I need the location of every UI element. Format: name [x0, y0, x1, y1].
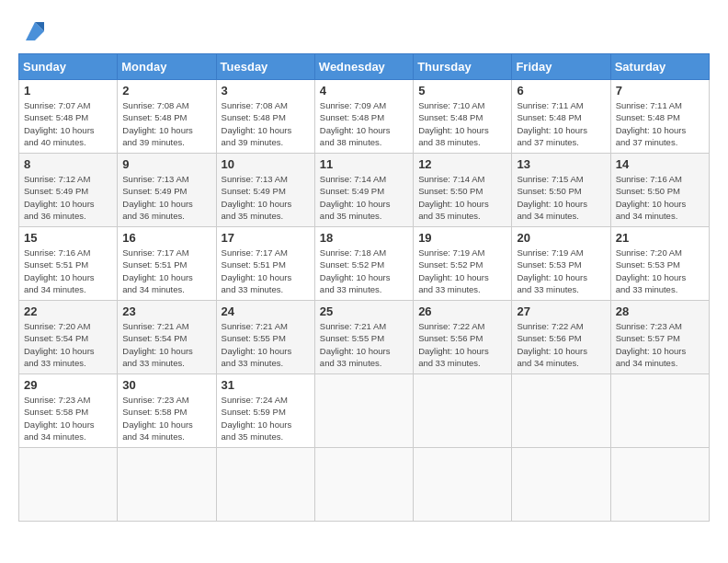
day-number: 30: [122, 378, 210, 392]
calendar-cell: 14Sunrise: 7:16 AM Sunset: 5:50 PM Dayli…: [610, 154, 709, 227]
calendar-cell: 8Sunrise: 7:12 AM Sunset: 5:49 PM Daylig…: [19, 154, 118, 227]
day-info: Sunrise: 7:14 AM Sunset: 5:50 PM Dayligh…: [418, 173, 506, 222]
day-number: 14: [616, 157, 704, 171]
day-info: Sunrise: 7:20 AM Sunset: 5:53 PM Dayligh…: [616, 247, 704, 295]
day-info: Sunrise: 7:24 AM Sunset: 5:59 PM Dayligh…: [222, 394, 310, 442]
day-number: 10: [222, 157, 310, 171]
calendar-cell: 4Sunrise: 7:09 AM Sunset: 5:48 PM Daylig…: [314, 80, 413, 154]
day-number: 13: [517, 157, 605, 171]
calendar-cell: 18Sunrise: 7:18 AM Sunset: 5:52 PM Dayli…: [314, 227, 413, 301]
day-number: 4: [320, 84, 408, 98]
day-info: Sunrise: 7:21 AM Sunset: 5:55 PM Dayligh…: [222, 320, 310, 369]
calendar-cell: 19Sunrise: 7:19 AM Sunset: 5:52 PM Dayli…: [414, 227, 512, 301]
calendar-weekday-tuesday: Tuesday: [216, 54, 314, 80]
day-info: Sunrise: 7:13 AM Sunset: 5:49 PM Dayligh…: [122, 173, 210, 222]
day-info: Sunrise: 7:15 AM Sunset: 5:50 PM Dayligh…: [517, 173, 605, 222]
day-number: 7: [616, 84, 704, 98]
day-info: Sunrise: 7:23 AM Sunset: 5:57 PM Dayligh…: [616, 320, 704, 369]
day-number: 22: [24, 304, 112, 318]
calendar-cell: 21Sunrise: 7:20 AM Sunset: 5:53 PM Dayli…: [610, 227, 709, 301]
calendar-cell: 17Sunrise: 7:17 AM Sunset: 5:51 PM Dayli…: [216, 227, 314, 301]
calendar-week-row: 8Sunrise: 7:12 AM Sunset: 5:49 PM Daylig…: [19, 154, 710, 227]
calendar-weekday-friday: Friday: [512, 54, 610, 80]
day-number: 20: [517, 231, 605, 245]
day-number: 21: [616, 231, 704, 245]
calendar-cell: [414, 448, 512, 522]
calendar-cell: [610, 448, 709, 522]
calendar-weekday-monday: Monday: [118, 54, 216, 80]
day-number: 15: [24, 231, 112, 245]
day-number: 19: [418, 231, 506, 245]
calendar-cell: 10Sunrise: 7:13 AM Sunset: 5:49 PM Dayli…: [216, 154, 314, 227]
day-number: 3: [222, 84, 310, 98]
day-number: 25: [320, 304, 408, 318]
day-number: 11: [320, 157, 408, 171]
calendar-cell: 5Sunrise: 7:10 AM Sunset: 5:48 PM Daylig…: [414, 80, 512, 154]
calendar-weekday-sunday: Sunday: [19, 54, 118, 80]
day-info: Sunrise: 7:22 AM Sunset: 5:56 PM Dayligh…: [418, 320, 506, 369]
day-info: Sunrise: 7:19 AM Sunset: 5:53 PM Dayligh…: [517, 247, 605, 295]
day-number: 5: [418, 84, 506, 98]
calendar-cell: 29Sunrise: 7:23 AM Sunset: 5:58 PM Dayli…: [19, 374, 118, 448]
calendar-cell: 16Sunrise: 7:17 AM Sunset: 5:51 PM Dayli…: [118, 227, 216, 301]
calendar-cell: 11Sunrise: 7:14 AM Sunset: 5:49 PM Dayli…: [314, 154, 413, 227]
calendar-cell: [414, 374, 512, 448]
calendar-cell: 13Sunrise: 7:15 AM Sunset: 5:50 PM Dayli…: [512, 154, 610, 227]
day-info: Sunrise: 7:14 AM Sunset: 5:49 PM Dayligh…: [320, 173, 408, 222]
calendar-week-row: [19, 448, 710, 522]
calendar-weekday-wednesday: Wednesday: [314, 54, 413, 80]
calendar-cell: 24Sunrise: 7:21 AM Sunset: 5:55 PM Dayli…: [216, 301, 314, 374]
day-number: 24: [222, 304, 310, 318]
calendar-cell: [118, 448, 216, 522]
calendar-cell: 25Sunrise: 7:21 AM Sunset: 5:55 PM Dayli…: [314, 301, 413, 374]
day-info: Sunrise: 7:17 AM Sunset: 5:51 PM Dayligh…: [222, 247, 310, 295]
day-number: 2: [122, 84, 210, 98]
calendar-cell: 12Sunrise: 7:14 AM Sunset: 5:50 PM Dayli…: [414, 154, 512, 227]
calendar-cell: 3Sunrise: 7:08 AM Sunset: 5:48 PM Daylig…: [216, 80, 314, 154]
calendar-header-row: SundayMondayTuesdayWednesdayThursdayFrid…: [19, 54, 710, 80]
calendar-cell: [314, 374, 413, 448]
day-info: Sunrise: 7:08 AM Sunset: 5:48 PM Dayligh…: [222, 99, 310, 148]
calendar-weekday-saturday: Saturday: [610, 54, 709, 80]
calendar-weekday-thursday: Thursday: [414, 54, 512, 80]
calendar-cell: [19, 448, 118, 522]
day-info: Sunrise: 7:13 AM Sunset: 5:49 PM Dayligh…: [222, 173, 310, 222]
day-number: 26: [418, 304, 506, 318]
day-info: Sunrise: 7:20 AM Sunset: 5:54 PM Dayligh…: [24, 320, 112, 369]
day-number: 9: [122, 157, 210, 171]
calendar-cell: 20Sunrise: 7:19 AM Sunset: 5:53 PM Dayli…: [512, 227, 610, 301]
day-info: Sunrise: 7:17 AM Sunset: 5:51 PM Dayligh…: [122, 247, 210, 295]
day-number: 29: [24, 378, 112, 392]
day-info: Sunrise: 7:11 AM Sunset: 5:48 PM Dayligh…: [616, 99, 704, 148]
logo: [18, 18, 48, 44]
day-info: Sunrise: 7:16 AM Sunset: 5:50 PM Dayligh…: [616, 173, 704, 222]
calendar-cell: 28Sunrise: 7:23 AM Sunset: 5:57 PM Dayli…: [610, 301, 709, 374]
logo-icon: [22, 18, 48, 44]
day-info: Sunrise: 7:16 AM Sunset: 5:51 PM Dayligh…: [24, 247, 112, 295]
calendar-table: SundayMondayTuesdayWednesdayThursdayFrid…: [18, 53, 710, 522]
day-number: 12: [418, 157, 506, 171]
day-number: 18: [320, 231, 408, 245]
day-number: 23: [122, 304, 210, 318]
day-info: Sunrise: 7:23 AM Sunset: 5:58 PM Dayligh…: [122, 394, 210, 442]
calendar-cell: [610, 374, 709, 448]
day-number: 31: [222, 378, 310, 392]
calendar-week-row: 15Sunrise: 7:16 AM Sunset: 5:51 PM Dayli…: [19, 227, 710, 301]
day-info: Sunrise: 7:22 AM Sunset: 5:56 PM Dayligh…: [517, 320, 605, 369]
day-info: Sunrise: 7:12 AM Sunset: 5:49 PM Dayligh…: [24, 173, 112, 222]
day-info: Sunrise: 7:19 AM Sunset: 5:52 PM Dayligh…: [418, 247, 506, 295]
day-number: 28: [616, 304, 704, 318]
page-header: [18, 18, 710, 44]
day-number: 17: [222, 231, 310, 245]
calendar-cell: 23Sunrise: 7:21 AM Sunset: 5:54 PM Dayli…: [118, 301, 216, 374]
day-number: 8: [24, 157, 112, 171]
day-info: Sunrise: 7:18 AM Sunset: 5:52 PM Dayligh…: [320, 247, 408, 295]
calendar-week-row: 22Sunrise: 7:20 AM Sunset: 5:54 PM Dayli…: [19, 301, 710, 374]
calendar-cell: 30Sunrise: 7:23 AM Sunset: 5:58 PM Dayli…: [118, 374, 216, 448]
calendar-cell: 7Sunrise: 7:11 AM Sunset: 5:48 PM Daylig…: [610, 80, 709, 154]
calendar-cell: 1Sunrise: 7:07 AM Sunset: 5:48 PM Daylig…: [19, 80, 118, 154]
calendar-cell: [216, 448, 314, 522]
day-number: 16: [122, 231, 210, 245]
calendar-cell: 15Sunrise: 7:16 AM Sunset: 5:51 PM Dayli…: [19, 227, 118, 301]
day-number: 27: [517, 304, 605, 318]
